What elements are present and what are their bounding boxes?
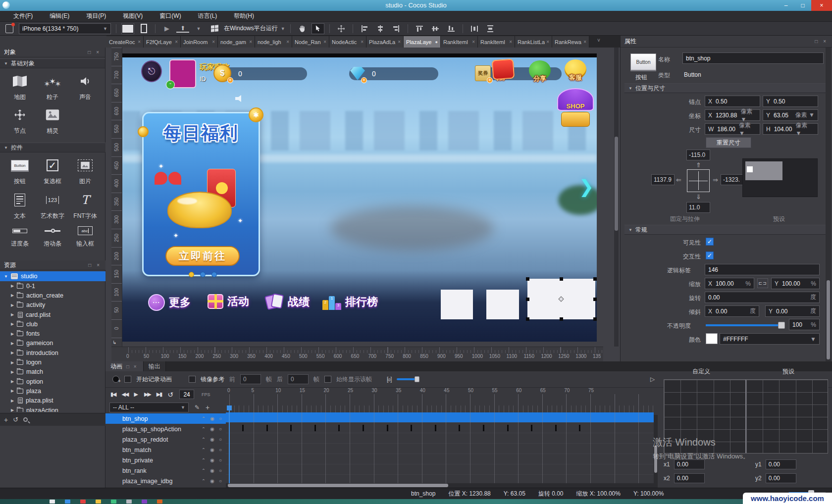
onion-skin-icon[interactable]: [ꭣ]	[387, 376, 392, 383]
object-item-sound[interactable]: 声音	[69, 71, 101, 101]
twisty-icon[interactable]: ▶	[11, 332, 17, 336]
tree-item[interactable]: ▶ gameicon	[0, 339, 105, 348]
object-item-artnumber[interactable]: 123 艺术数字	[37, 190, 68, 220]
align-left-button[interactable]	[358, 23, 371, 34]
align-middle-horizontal-button[interactable]	[429, 23, 442, 34]
tree-item[interactable]: ▶ introduction	[0, 348, 105, 357]
add-diamond-icon[interactable]: +	[361, 77, 367, 83]
tree-item-root[interactable]: ▼ studio	[0, 271, 105, 281]
tab-close-icon[interactable]: ×	[323, 39, 326, 45]
tree-item[interactable]: ▶ 0-1	[0, 281, 105, 291]
track-lock-icon[interactable]: ○	[219, 437, 222, 442]
document-tab[interactable]: F2fQrLaye ×	[144, 36, 181, 48]
collapse-track-icon[interactable]: ⌃	[202, 447, 206, 453]
exit-button[interactable]: ⎋	[141, 60, 162, 82]
tree-item[interactable]: ▶ plaza	[0, 386, 105, 396]
basic-objects-section-header[interactable]: ▼ 基础对象	[0, 58, 105, 68]
object-item-fntfont[interactable]: T FNT字体	[69, 190, 101, 220]
menu-item[interactable]: 项目(P)	[78, 11, 114, 22]
placeholder-node[interactable]	[441, 290, 473, 319]
taskbar-icon[interactable]	[96, 500, 101, 504]
new-scene-button[interactable]	[3, 23, 16, 34]
interact-checkbox[interactable]: ✓	[706, 252, 714, 259]
curve-grid[interactable]	[664, 379, 828, 454]
game-scene[interactable]: ⎋ '' 玩家昵称 ID $ + 0 + 0 奖券 + 0 推广	[122, 57, 597, 342]
play-button[interactable]: ▶	[160, 23, 173, 34]
twisty-icon[interactable]: ▶	[11, 370, 17, 374]
document-tab[interactable]: RankItemI ×	[478, 36, 515, 48]
panel-dock-icons[interactable]: □ ×	[88, 262, 102, 268]
landscape-mode-button[interactable]	[121, 23, 134, 34]
carousel-dots[interactable]	[144, 272, 261, 277]
scale-y-field[interactable]: Y100.00%	[771, 278, 820, 289]
position-size-section[interactable]: ▼位置与尺寸	[624, 83, 829, 93]
tree-item[interactable]: ▶ match	[0, 367, 105, 377]
last-frame-button[interactable]: ▶▮	[156, 391, 162, 398]
curve-preset-tab[interactable]: 预设	[745, 367, 832, 376]
tab-close-icon[interactable]: ×	[546, 39, 549, 45]
object-item-particle[interactable]: ✶ 粒子	[37, 71, 68, 101]
portrait-mode-button[interactable]	[137, 23, 150, 34]
anchor-x-field[interactable]: X0.50	[705, 96, 760, 107]
object-item-checkbox[interactable]: ✓ 复选框	[37, 155, 68, 186]
align-right-button[interactable]	[390, 23, 403, 34]
stretch-cross-widget[interactable]	[687, 169, 710, 192]
timeline-track-name-row[interactable]: plaza_sp_shopAction ⌃◉○	[105, 424, 226, 434]
close-button[interactable]: ×	[811, 0, 832, 11]
twisty-icon[interactable]: ▶	[11, 322, 17, 326]
panel-dock-icons[interactable]: □ ×	[126, 364, 138, 369]
x1-field[interactable]: 0.00	[674, 459, 705, 469]
menu-item[interactable]: 窗口(W)	[151, 11, 189, 22]
onion-range-slider[interactable]	[397, 378, 418, 380]
track-visibility-icon[interactable]: ◉	[210, 416, 214, 421]
tree-item[interactable]: ▶ activity	[0, 301, 105, 310]
twisty-icon[interactable]: ▶	[11, 408, 17, 412]
document-tab[interactable]: PlazaLaye ●	[404, 36, 441, 48]
track-visibility-icon[interactable]: ◉	[210, 437, 214, 442]
twisty-icon[interactable]: ▶	[11, 399, 17, 403]
collapse-track-icon[interactable]: ⌃	[202, 468, 206, 473]
fps-field[interactable]: 24	[179, 390, 194, 399]
document-tab[interactable]: PlazaAdLa ×	[366, 36, 404, 48]
timeline-track-row[interactable]	[226, 423, 654, 433]
menu-item[interactable]: 语言(L)	[190, 11, 226, 22]
next-frame-button[interactable]: ▶▶	[144, 391, 151, 398]
properties-scrollbar[interactable]	[826, 48, 831, 361]
tree-item[interactable]: ▶ plazaAction	[0, 405, 105, 412]
publish-button[interactable]: ⬆	[176, 25, 189, 33]
object-item-text[interactable]: 文本	[4, 190, 36, 220]
track-lock-icon[interactable]: ○	[219, 447, 222, 453]
tab-close-icon[interactable]: ×	[138, 39, 141, 45]
next-page-arrow[interactable]: ❯	[579, 176, 594, 197]
add-coin-icon[interactable]: +	[227, 77, 233, 83]
collapse-track-icon[interactable]: ⌃	[202, 426, 206, 432]
menu-item[interactable]: 视图(V)	[114, 11, 151, 22]
shop-building[interactable]: SHOP	[557, 88, 594, 132]
rotation-field[interactable]: 0.00度	[705, 292, 820, 303]
tab-close-icon[interactable]: ×	[212, 39, 215, 45]
document-tab[interactable]: Node_Ran ×	[292, 36, 329, 48]
opacity-slider[interactable]	[706, 322, 785, 329]
position-x-field[interactable]: X1230.88像素 ▼	[705, 109, 760, 121]
document-tab[interactable]: RankListLa ×	[515, 36, 552, 48]
hand-tool-button[interactable]	[296, 23, 309, 34]
align-center-vertical-button[interactable]	[374, 23, 387, 34]
controls-section-header[interactable]: ▼ 控件	[0, 143, 105, 152]
track-lock-icon[interactable]: ○	[219, 426, 222, 432]
select-tool-button[interactable]	[312, 23, 324, 34]
timeline-menu-icon[interactable]: ▷	[650, 376, 655, 383]
position-y-field[interactable]: Y63.05像素 ▼	[763, 109, 818, 121]
taskbar-icon[interactable]	[80, 500, 86, 504]
document-tab[interactable]: RankItemI ×	[441, 36, 478, 48]
timeline-track-area[interactable]: 051015202530354045505560657075	[226, 388, 654, 488]
object-item-slider[interactable]: 滑动条	[37, 224, 68, 248]
margin-right-field[interactable]: -1323.	[721, 174, 744, 185]
transform-tool-button[interactable]	[335, 23, 348, 34]
object-item-map[interactable]: 地图	[4, 71, 36, 101]
timeline-track-row[interactable]	[226, 412, 654, 423]
document-tab[interactable]: node_ligh ×	[255, 36, 292, 48]
timeline-track-name-row[interactable]: btn_match ⌃◉○	[105, 445, 226, 455]
document-tab[interactable]: NodeActic ×	[329, 36, 366, 48]
refresh-button[interactable]: ↺	[13, 416, 18, 423]
scale-link-icon[interactable]: ⊏⊐	[757, 278, 768, 288]
